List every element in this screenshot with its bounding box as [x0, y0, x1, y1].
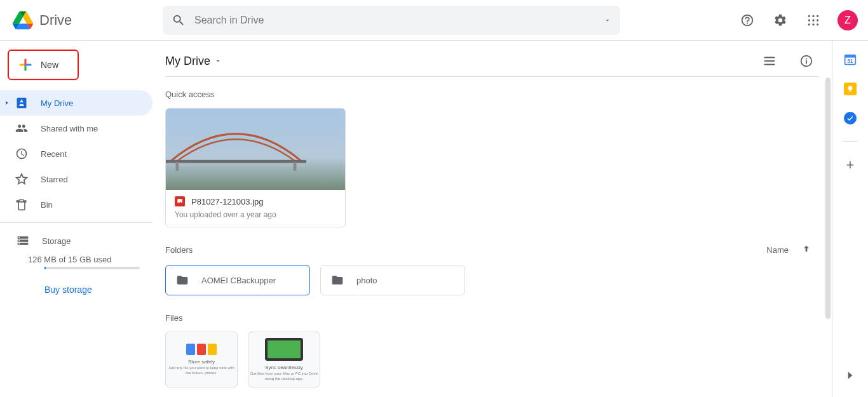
search-icon: [172, 13, 186, 27]
new-button-label: New: [41, 60, 58, 70]
folder-card[interactable]: photo: [320, 265, 465, 295]
image-file-icon: [175, 196, 185, 206]
svg-point-2: [817, 15, 818, 17]
svg-point-5: [817, 19, 818, 21]
file-title: Sync seamlessly: [265, 365, 303, 370]
sidebar-item-label: Bin: [41, 200, 53, 210]
quick-access-card[interactable]: P81027-121003.jpg You uploaded over a ye…: [165, 108, 346, 227]
help-icon[interactable]: [735, 8, 760, 33]
drive-logo-icon: [10, 8, 36, 33]
laptop-illustration-icon: [265, 338, 303, 361]
scrollbar[interactable]: [825, 77, 831, 319]
file-card[interactable]: Sync seamlessly Get files from your Mac …: [248, 332, 320, 387]
folder-icon: [176, 274, 189, 286]
docs-illustration-icon: [186, 344, 217, 355]
apps-grid-icon[interactable]: [801, 8, 826, 33]
sidebar-item-storage[interactable]: Storage: [17, 228, 140, 253]
details-icon[interactable]: [794, 48, 819, 74]
svg-rect-13: [845, 55, 856, 58]
folders-title: Folders: [165, 245, 193, 255]
sort-label: Name: [766, 245, 789, 255]
svg-rect-11: [294, 162, 297, 171]
svg-point-4: [812, 19, 814, 21]
sidebar-item-recent[interactable]: Recent: [0, 141, 153, 166]
breadcrumb[interactable]: My Drive: [165, 55, 222, 68]
sidebar: New My Drive Shared with me Recent Starr…: [0, 41, 153, 397]
star-icon: [15, 173, 28, 185]
storage-label: Storage: [42, 236, 71, 246]
body: New My Drive Shared with me Recent Starr…: [0, 41, 868, 397]
people-icon: [15, 122, 28, 135]
file-card[interactable]: Store safely Add any file you want to ke…: [165, 332, 238, 387]
sidebar-item-bin[interactable]: Bin: [0, 192, 153, 217]
svg-rect-9: [166, 160, 306, 163]
quick-access-title: Quick access: [165, 90, 819, 99]
calendar-app-icon[interactable]: 31: [844, 53, 857, 66]
file-subtitle: Get files from your Mac or PC into Drive…: [248, 372, 320, 380]
main-content: My Drive Quick access: [153, 41, 832, 397]
collapse-panel-icon[interactable]: [844, 369, 857, 384]
search-bar[interactable]: [163, 6, 620, 35]
svg-point-3: [808, 19, 810, 21]
files-title: Files: [165, 313, 819, 323]
storage-progress: [44, 267, 140, 269]
svg-point-1: [812, 15, 814, 17]
sidebar-item-starred[interactable]: Starred: [0, 166, 153, 192]
sidebar-item-label: Shared with me: [41, 124, 98, 133]
settings-icon[interactable]: [768, 8, 793, 33]
sort-control[interactable]: Name: [766, 244, 811, 256]
trash-icon: [15, 198, 28, 211]
sidebar-item-label: My Drive: [41, 98, 73, 108]
main-header: My Drive: [165, 48, 819, 74]
file-subtitle: Add any file you want to keep safe with …: [166, 366, 237, 375]
sidebar-item-label: Recent: [41, 149, 67, 159]
keep-app-icon[interactable]: [844, 83, 857, 95]
chevron-down-icon: [214, 57, 222, 65]
svg-point-0: [808, 15, 810, 17]
svg-point-6: [808, 24, 810, 25]
app-header: Drive Z: [0, 0, 868, 41]
tasks-app-icon[interactable]: [844, 112, 857, 124]
quick-access-thumbnail: [166, 109, 345, 190]
breadcrumb-label: My Drive: [165, 55, 210, 68]
sidebar-item-shared[interactable]: Shared with me: [0, 116, 153, 141]
file-title: Store safely: [188, 359, 215, 365]
storage-section: Storage: [0, 228, 153, 253]
quick-access-subtitle: You uploaded over a year ago: [175, 210, 336, 219]
folder-card[interactable]: AOMEI CBackupper: [165, 265, 310, 295]
add-app-icon[interactable]: +: [846, 158, 855, 172]
svg-rect-10: [176, 162, 179, 171]
search-input[interactable]: [194, 15, 604, 26]
folder-icon: [331, 274, 344, 286]
app-name: Drive: [39, 12, 72, 29]
storage-icon: [17, 234, 29, 247]
drive-icon: [15, 97, 28, 109]
plus-icon: [17, 56, 34, 74]
sidebar-nav: My Drive Shared with me Recent Starred B…: [0, 90, 153, 217]
folder-name: AOMEI CBackupper: [201, 276, 276, 285]
buy-storage-link[interactable]: Buy storage: [44, 285, 153, 295]
main-toolbar: [757, 48, 819, 74]
sidebar-item-label: Starred: [41, 175, 68, 184]
expand-caret-icon[interactable]: [4, 100, 10, 106]
folder-name: photo: [356, 276, 377, 285]
side-panel: 31 +: [832, 41, 868, 397]
logo-area[interactable]: Drive: [10, 8, 163, 33]
list-view-icon[interactable]: [757, 48, 782, 74]
svg-point-8: [817, 24, 818, 25]
search-options-icon[interactable]: [604, 17, 611, 24]
header-right: Z: [735, 8, 858, 33]
sidebar-item-my-drive[interactable]: My Drive: [0, 90, 153, 116]
svg-point-7: [812, 24, 814, 25]
svg-text:31: 31: [847, 58, 853, 64]
quick-access-filename: P81027-121003.jpg: [191, 197, 264, 206]
new-button[interactable]: New: [8, 50, 79, 80]
account-avatar[interactable]: Z: [837, 10, 858, 30]
clock-icon: [15, 147, 28, 160]
arrow-up-icon: [801, 244, 811, 256]
storage-used-text: 126 MB of 15 GB used: [28, 255, 153, 264]
